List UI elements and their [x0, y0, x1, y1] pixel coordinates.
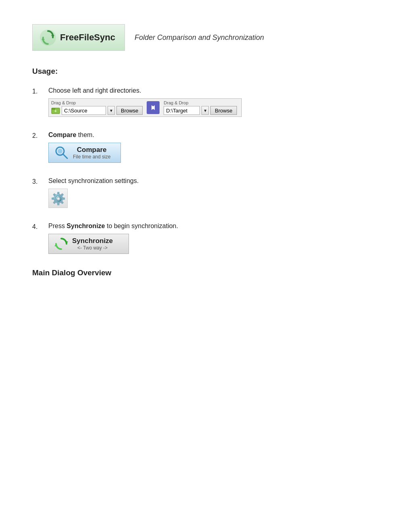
- sync-sublabel: <- Two way ->: [72, 245, 113, 251]
- svg-marker-12: [65, 241, 68, 244]
- right-browse-button[interactable]: Browse: [210, 106, 237, 115]
- svg-marker-13: [54, 244, 58, 246]
- step-4-suffix: to begin synchronization.: [105, 222, 178, 229]
- right-dir-controls: ▼ Browse: [164, 106, 237, 115]
- step-4-content: Press Synchronize to begin synchronizati…: [48, 222, 178, 254]
- right-dir-section: Drag & Drop ▼ Browse: [164, 100, 237, 115]
- page-header: FreeFileSync Folder Comparison and Synch…: [32, 24, 379, 51]
- step-1: 1. Choose left and right directories. Dr…: [32, 87, 379, 117]
- main-dialog-heading: Main Dialog Overview: [32, 268, 379, 277]
- compare-button[interactable]: Compare File time and size: [48, 143, 121, 163]
- step-1-content: Choose left and right directories. Drag …: [48, 87, 242, 117]
- right-drag-label: Drag & Drop: [164, 100, 237, 105]
- left-drag-label: Drag & Drop: [51, 100, 143, 105]
- step-1-number: 1.: [32, 88, 42, 95]
- step-4: 4. Press Synchronize to begin synchroniz…: [32, 222, 379, 254]
- step-4-prefix: Press: [48, 222, 66, 229]
- compare-icon: [54, 145, 69, 160]
- step-2: 2. Compare them. Compare File time and s…: [32, 131, 379, 163]
- step-4-text: Press Synchronize to begin synchronizati…: [48, 222, 178, 230]
- step-3-text: Select synchronization settings.: [48, 177, 139, 185]
- sync-icon: [54, 237, 68, 251]
- left-browse-button[interactable]: Browse: [116, 106, 143, 115]
- compare-label: Compare: [73, 146, 110, 154]
- compare-text-box: Compare File time and size: [73, 146, 110, 160]
- dir-separator: [147, 101, 160, 114]
- usage-heading: Usage:: [32, 67, 379, 76]
- bidirectional-arrows-icon: [147, 101, 160, 114]
- logo-box: FreeFileSync: [32, 24, 125, 51]
- steps-list: 1. Choose left and right directories. Dr…: [32, 87, 379, 254]
- left-path-input[interactable]: [62, 106, 106, 115]
- step-2-text: Compare them.: [48, 131, 121, 139]
- svg-line-11: [63, 154, 67, 158]
- step-4-number: 4.: [32, 223, 42, 231]
- right-path-input[interactable]: [164, 106, 200, 115]
- synchronize-button[interactable]: Synchronize <- Two way ->: [48, 234, 129, 254]
- right-dropdown-arrow[interactable]: ▼: [201, 106, 209, 115]
- directory-bar: Drag & Drop + ▼ Browse: [48, 98, 242, 117]
- sync-text-box: Synchronize <- Two way ->: [72, 237, 113, 251]
- step-2-number: 2.: [32, 132, 42, 139]
- add-folder-icon: +: [51, 106, 60, 115]
- compare-sublabel: File time and size: [73, 154, 110, 160]
- svg-point-10: [58, 149, 62, 154]
- gear-icon: ⚙️: [51, 191, 66, 206]
- left-dir-controls: + ▼ Browse: [51, 106, 143, 115]
- step-2-suffix: them.: [76, 131, 94, 138]
- step-2-bold: Compare: [48, 131, 76, 138]
- step-2-content: Compare them. Compare File time and size: [48, 131, 121, 163]
- sync-label: Synchronize: [72, 237, 113, 245]
- settings-button[interactable]: ⚙️: [48, 189, 68, 208]
- step-3-number: 3.: [32, 178, 42, 185]
- step-1-text: Choose left and right directories.: [48, 87, 242, 94]
- step-1-text-prefix: Choose left and right directories.: [48, 87, 141, 94]
- logo-text: FreeFileSync: [60, 32, 115, 43]
- logo-icon: [39, 29, 57, 46]
- tagline: Folder Comparison and Synchronization: [135, 33, 264, 42]
- step-4-bold: Synchronize: [66, 222, 105, 229]
- left-dir-section: Drag & Drop + ▼ Browse: [51, 100, 143, 115]
- left-dropdown-arrow[interactable]: ▼: [108, 106, 115, 115]
- usage-section: Usage: 1. Choose left and right director…: [32, 67, 379, 254]
- svg-text:+: +: [54, 109, 57, 113]
- step-3: 3. Select synchronization settings. ⚙️: [32, 177, 379, 208]
- step-3-content: Select synchronization settings. ⚙️: [48, 177, 139, 208]
